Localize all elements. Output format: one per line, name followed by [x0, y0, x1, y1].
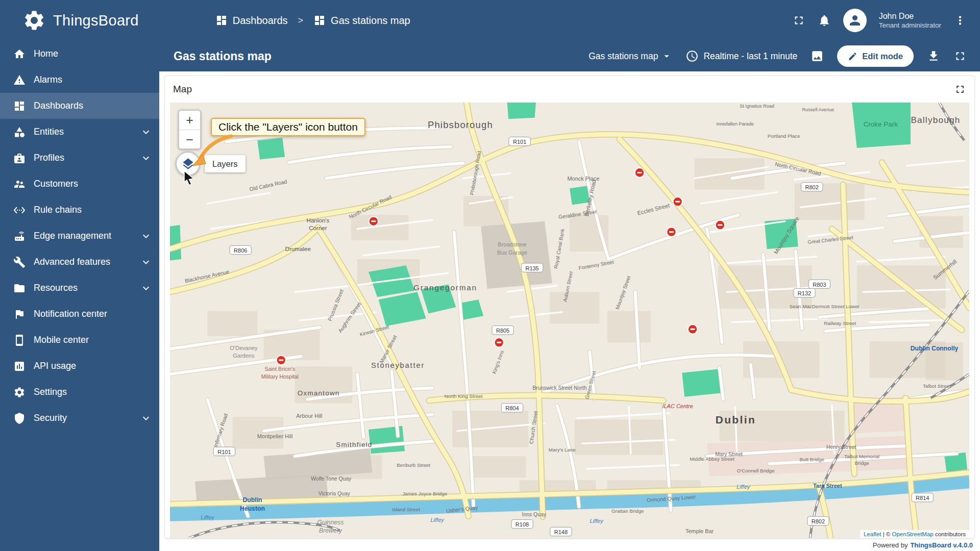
sidebar-item-label: Profiles: [34, 153, 64, 163]
map-label: Russell Avenue: [802, 107, 834, 112]
map-label: Henry Street: [826, 444, 856, 450]
map-label: Railway Street: [824, 320, 856, 326]
sidebar-item-advanced-features[interactable]: Advanced features: [0, 249, 159, 275]
gas-station-marker[interactable]: [369, 216, 378, 226]
advanced-icon: [13, 256, 26, 268]
svg-text:R108: R108: [516, 521, 529, 528]
leaflet-link[interactable]: Leaflet: [864, 531, 881, 537]
avatar[interactable]: [843, 9, 867, 32]
svg-text:R806: R806: [234, 247, 247, 254]
gas-station-marker[interactable]: [667, 227, 676, 237]
sidebar-item-dashboards[interactable]: Dashboards: [0, 93, 159, 119]
sidebar-item-settings[interactable]: Settings: [0, 379, 159, 405]
gas-station-marker[interactable]: [495, 338, 504, 347]
customers-icon: [13, 178, 26, 190]
edit-mode-button[interactable]: Edit mode: [837, 45, 914, 67]
map-label: Butt Bridge: [800, 457, 825, 462]
mobile-icon: [13, 334, 26, 346]
topbar: ThingsBoard Dashboards>Gas stations map …: [0, 0, 980, 41]
fullscreen-icon[interactable]: [953, 49, 967, 63]
sidebar-item-edge-management[interactable]: Edge management: [0, 223, 159, 249]
map-label: Arbour Hill: [296, 413, 322, 419]
map-label: Mary's Lane: [549, 447, 576, 453]
sidebar-item-resources[interactable]: Resources: [0, 275, 159, 301]
gas-station-marker[interactable]: [716, 220, 725, 230]
zoom-in-button[interactable]: +: [179, 111, 200, 130]
timewindow-button[interactable]: Realtime - last 1 minute: [685, 49, 797, 63]
sidebar-item-label: Edge management: [34, 231, 111, 241]
map-label: Tara Street: [813, 483, 842, 489]
user-role: Tenant administrator: [879, 21, 941, 30]
map[interactable]: R101R101R806R805R135R804R802R802R803R132…: [170, 103, 969, 538]
map-label: Smithfield: [336, 440, 372, 448]
map-label: Innisfallen Parade: [717, 121, 754, 127]
brand[interactable]: ThingsBoard: [0, 9, 139, 32]
powered-by: Powered by ThingsBoard v.4.0.0: [164, 539, 975, 550]
map-label: Bridge: [854, 460, 869, 466]
map-label: Dublin: [716, 414, 756, 425]
cursor-icon: [182, 170, 195, 186]
breadcrumb-separator: >: [298, 15, 304, 26]
osm-link[interactable]: OpenStreetMap: [892, 531, 934, 537]
sidebar-item-notification-center[interactable]: Notification center: [0, 301, 159, 327]
sidebar-item-label: Notification center: [34, 309, 107, 319]
sidebar-item-api-usage[interactable]: API usage: [0, 353, 159, 379]
dashboard-state-select[interactable]: Gas stations map: [589, 51, 672, 62]
chevron-down-icon: [140, 282, 152, 294]
map-label: Inns Quay: [522, 512, 547, 517]
gas-station-marker[interactable]: [688, 324, 697, 334]
map-label: North King Street: [445, 393, 483, 399]
gas-station-marker[interactable]: [277, 356, 286, 365]
download-icon[interactable]: [927, 49, 940, 63]
road-ref-badge: R803: [808, 280, 830, 288]
sidebar-item-profiles[interactable]: Profiles: [0, 145, 159, 171]
powered-prefix: Powered by: [873, 541, 908, 549]
svg-text:R132: R132: [798, 290, 811, 296]
sidebar: HomeAlarmsDashboardsEntitiesProfilesCust…: [0, 41, 159, 551]
notifications-bell-icon[interactable]: [818, 14, 831, 27]
sidebar-item-alarms[interactable]: Alarms: [0, 67, 159, 93]
timewindow-label: Realtime - last 1 minute: [703, 51, 797, 62]
map-label: James Joyce Bridge: [402, 491, 448, 496]
road-ref-badge: R805: [492, 326, 513, 335]
gas-station-marker[interactable]: [635, 168, 644, 178]
thingsboard-version-link[interactable]: ThingsBoard v.4.0.0: [910, 541, 973, 549]
fullscreen-icon[interactable]: [792, 14, 805, 27]
sidebar-item-customers[interactable]: Customers: [0, 171, 159, 197]
attribution-suffix: contributors: [934, 531, 966, 537]
map-label: Dublin Connolly: [911, 345, 959, 352]
breadcrumb-label: Dashboards: [233, 15, 288, 27]
road-ref-badge: R148: [550, 527, 572, 536]
breadcrumb-item-gas-stations-map[interactable]: Gas stations map: [313, 14, 410, 27]
sidebar-item-security[interactable]: Security: [0, 405, 159, 431]
sidebar-item-mobile-center[interactable]: Mobile center: [0, 327, 159, 353]
sidebar-item-label: Rule chains: [34, 205, 82, 215]
sidebar-item-entities[interactable]: Entities: [0, 119, 159, 145]
home-icon: [13, 48, 26, 60]
breadcrumb: Dashboards>Gas stations map: [215, 14, 410, 27]
chevron-down-icon: [140, 126, 152, 138]
map-label: O'Connell Bridge: [737, 468, 775, 473]
svg-text:R803: R803: [813, 282, 826, 288]
sidebar-item-home[interactable]: Home: [0, 41, 159, 67]
settings-icon: [13, 386, 26, 398]
map-label: Wolfe Tone Quay: [311, 476, 352, 482]
gas-station-marker[interactable]: [673, 197, 682, 207]
widget-fullscreen-icon[interactable]: [954, 83, 966, 95]
content: Map R101R101R806R805R135R804R802R802R803…: [159, 71, 980, 551]
map-label: Victoria Quay: [318, 491, 351, 496]
chevron-down-icon: [661, 51, 672, 62]
map-label: Sean MacDermott Street Lower: [790, 304, 860, 309]
image-export-icon[interactable]: [811, 49, 824, 63]
map-label: Dublin: [242, 496, 262, 504]
sidebar-item-rule-chains[interactable]: Rule chains: [0, 197, 159, 223]
map-label: Heuston: [240, 505, 265, 512]
kebab-menu-icon[interactable]: [953, 14, 967, 27]
coach-tooltip: Click the "Layers" icon button: [211, 118, 365, 136]
attribution-divider: | ©: [881, 531, 892, 537]
zoom-out-button[interactable]: −: [179, 130, 200, 148]
map-label: Broadstone: [498, 241, 526, 247]
breadcrumb-item-dashboards[interactable]: Dashboards: [215, 14, 288, 27]
clock-icon: [685, 49, 699, 63]
map-label: Hanlon's: [307, 217, 330, 223]
